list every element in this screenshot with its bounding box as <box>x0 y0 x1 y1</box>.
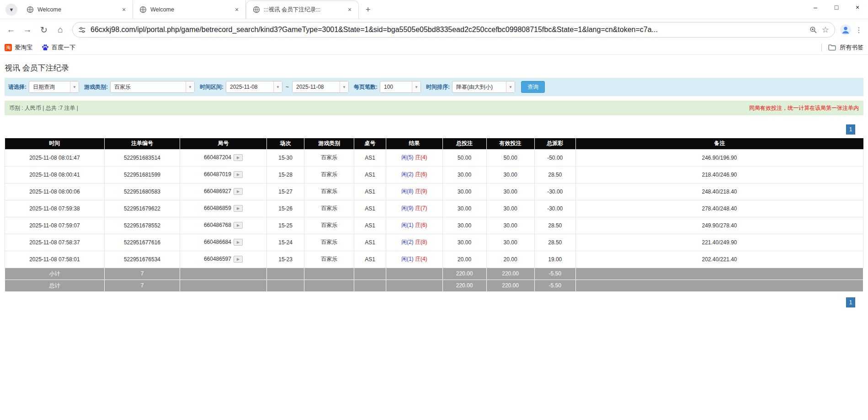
replay-icon[interactable]: ▶ <box>234 256 243 263</box>
game-type-label: 游戏类别: <box>84 83 108 91</box>
bookmark-label: 爱淘宝 <box>15 43 32 52</box>
subtotal-count: 7 <box>104 268 180 280</box>
sort-label: 时间排序: <box>426 83 450 91</box>
total-row: 总计 7 220.00 220.00 -5.50 <box>5 280 863 291</box>
replay-icon[interactable]: ▶ <box>234 222 243 229</box>
table-row: 2025-11-08 08:01:47 522951683514 6604872… <box>5 149 863 166</box>
back-button[interactable]: ← <box>4 22 18 37</box>
col-total-bet: 总投注 <box>442 138 486 149</box>
tab-bet-record[interactable]: :::视讯 会员下注纪录::: × <box>246 0 359 19</box>
round-number: 660486927 <box>204 188 231 194</box>
cell-time: 2025-11-08 08:00:06 <box>5 183 105 200</box>
forward-button[interactable]: → <box>20 22 35 37</box>
cell-game-type: 百家乐 <box>304 200 354 217</box>
cell-time: 2025-11-08 08:01:47 <box>5 149 105 166</box>
replay-icon[interactable]: ▶ <box>234 188 243 195</box>
tab-welcome-2[interactable]: Welcome × <box>133 0 246 19</box>
cell-total-bet: 20.00 <box>442 251 486 268</box>
taobao-icon: 淘 <box>5 44 12 51</box>
tab-strip: ▼ Welcome × Welcome × :::视讯 会员下注纪录::: × … <box>0 0 868 19</box>
empty-cell <box>266 268 304 280</box>
browser-menu-button[interactable]: ⋮ <box>853 26 864 34</box>
page-title: 视讯 会员下注纪录 <box>5 55 863 78</box>
home-button[interactable]: ⌂ <box>53 22 68 37</box>
round-number: 660487204 <box>204 154 231 161</box>
zoom-icon[interactable] <box>809 26 817 34</box>
cell-note: 278.40/248.40 <box>575 200 863 217</box>
game-type-select[interactable]: 百家乐 ▼ <box>110 81 195 93</box>
site-settings-icon[interactable] <box>78 26 86 34</box>
query-mode-select[interactable]: 日期查询 ▼ <box>29 81 79 93</box>
chevron-down-icon: ▼ <box>340 81 348 92</box>
bookmark-baidu[interactable]: 百度一下 <box>42 43 75 52</box>
cell-table-no: AS1 <box>354 234 386 251</box>
cell-valid-bet: 30.00 <box>486 200 534 217</box>
table-row: 2025-11-08 07:59:07 522951678552 6604867… <box>5 217 863 234</box>
bookmark-star-icon[interactable]: ☆ <box>822 25 829 35</box>
replay-icon[interactable]: ▶ <box>234 205 243 212</box>
cell-total-bet: 50.00 <box>442 149 486 166</box>
replay-icon[interactable]: ▶ <box>234 154 243 161</box>
minimize-button[interactable]: – <box>805 0 826 15</box>
new-tab-button[interactable]: + <box>362 3 374 16</box>
tab-title: Welcome <box>150 6 229 13</box>
folder-icon <box>828 44 836 51</box>
all-bookmarks-label: 所有书签 <box>840 43 863 52</box>
window-close-button[interactable]: × <box>847 0 868 15</box>
replay-icon[interactable]: ▶ <box>234 239 243 246</box>
cell-game-type: 百家乐 <box>304 149 354 166</box>
profile-avatar[interactable] <box>840 24 852 36</box>
date-to-select[interactable]: 2025-11-08 ▼ <box>292 81 349 93</box>
empty-cell <box>575 268 863 280</box>
empty-cell <box>386 268 442 280</box>
maximize-button[interactable]: □ <box>826 0 847 15</box>
page-1-button[interactable]: 1 <box>846 297 855 307</box>
reload-icon: ↻ <box>40 25 48 35</box>
cell-valid-bet: 30.00 <box>486 166 534 183</box>
cell-bet-id: 522951679622 <box>104 200 180 217</box>
search-button[interactable]: 查询 <box>521 81 545 93</box>
cell-payout: 19.00 <box>534 251 575 268</box>
total-payout: -5.50 <box>534 280 575 291</box>
page-1-button[interactable]: 1 <box>846 124 855 135</box>
cell-valid-bet: 30.00 <box>486 234 534 251</box>
url-text[interactable]: 66cxkj98.com/ipl/portal.php/game/betreco… <box>91 26 805 34</box>
tab-close-icon[interactable]: × <box>233 5 241 14</box>
cell-round: 660487019▶ <box>180 166 267 183</box>
tab-close-icon[interactable]: × <box>120 5 128 14</box>
cell-time: 2025-11-08 07:59:38 <box>5 200 105 217</box>
empty-cell <box>354 268 386 280</box>
cell-result: 闲(8) 庄(9) <box>386 183 442 200</box>
replay-icon[interactable]: ▶ <box>234 171 243 178</box>
kebab-menu-icon: ⋮ <box>855 26 863 34</box>
back-icon: ← <box>7 25 16 35</box>
sort-value: 降幂(由大到小) <box>453 81 506 92</box>
cell-payout: 28.50 <box>534 217 575 234</box>
cell-round: 660486597▶ <box>180 251 267 268</box>
col-round: 局号 <box>180 138 267 149</box>
omnibox[interactable]: 66cxkj98.com/ipl/portal.php/game/betreco… <box>72 22 835 38</box>
page-size-select[interactable]: 100 ▼ <box>380 81 421 93</box>
browser-window: ▼ Welcome × Welcome × :::视讯 会员下注纪录::: × … <box>0 0 868 420</box>
cell-bet-id: 522951677616 <box>104 234 180 251</box>
date-from-select[interactable]: 2025-11-08 ▼ <box>226 81 282 93</box>
table-row: 2025-11-08 07:58:01 522951676534 6604865… <box>5 251 863 268</box>
close-icon: × <box>856 4 859 11</box>
tab-welcome-1[interactable]: Welcome × <box>20 0 133 19</box>
banker-result: 庄(6) <box>415 171 427 178</box>
all-bookmarks[interactable]: 所有书签 <box>821 43 863 52</box>
subtotal-row: 小计 7 220.00 220.00 -5.50 <box>5 268 863 280</box>
tab-close-icon[interactable]: × <box>346 5 354 14</box>
cell-session: 15-23 <box>266 251 304 268</box>
subtotal-valid-bet: 220.00 <box>486 268 534 280</box>
round-number: 660487019 <box>204 171 231 178</box>
cell-note: 248.40/218.40 <box>575 183 863 200</box>
reload-button[interactable]: ↻ <box>37 22 51 37</box>
subtotal-label: 小计 <box>5 268 105 280</box>
sort-select[interactable]: 降幂(由大到小) ▼ <box>452 81 515 93</box>
tab-search-button[interactable]: ▼ <box>5 4 17 16</box>
bookmark-taobao[interactable]: 淘 爱淘宝 <box>5 43 32 52</box>
cell-payout: 28.50 <box>534 166 575 183</box>
cell-game-type: 百家乐 <box>304 251 354 268</box>
chevron-down-icon: ▼ <box>186 81 194 92</box>
